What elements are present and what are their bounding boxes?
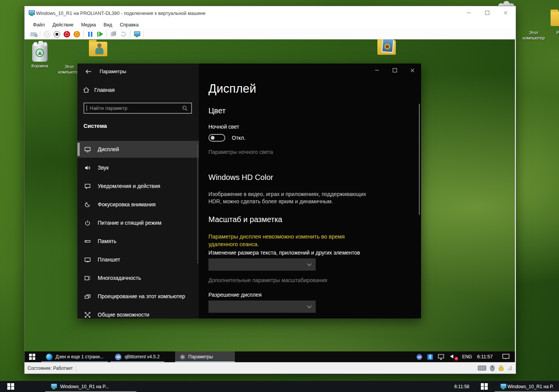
vm-screen: Корзина Этот компьютер Параметры Главная: [25, 39, 515, 362]
sidebar-item-multitasking[interactable]: Многозадачность: [77, 270, 199, 286]
sidebar-item-storage[interactable]: Память: [77, 233, 199, 250]
host-start-button[interactable]: [0, 381, 21, 392]
tablet-icon: [84, 256, 91, 263]
vm-desktop-icon-recycle-bin[interactable]: Корзина: [30, 44, 50, 69]
vmconnect-titlebar[interactable]: Windows_10_R1 на PROLIANT-DL380 - подклю…: [25, 6, 516, 21]
sidebar-item-power-sleep[interactable]: Питание и спящий режим: [77, 214, 199, 231]
this-pc-icon: [59, 45, 80, 62]
main-scrollbar[interactable]: [419, 104, 420, 215]
host-clock[interactable]: 6:11:58: [450, 381, 474, 392]
scaling-dropdown[interactable]: [208, 258, 316, 271]
host-recycle-bin-peek[interactable]: [495, 0, 516, 6]
turn-off-button[interactable]: [52, 30, 62, 38]
search-box[interactable]: [84, 103, 192, 114]
sidebar-item-label: Питание и спящий режим: [98, 220, 161, 226]
minimize-button[interactable]: [460, 7, 477, 18]
ctrl-alt-del-button[interactable]: [28, 30, 38, 38]
vmconnect-icon: [500, 384, 505, 389]
nav-home[interactable]: Главная: [83, 87, 115, 93]
save-state-button[interactable]: [72, 30, 82, 38]
host-start-button-secondary[interactable]: [474, 381, 495, 392]
network-display-icon[interactable]: [438, 354, 445, 360]
menu-action[interactable]: Действие: [49, 21, 77, 28]
back-arrow-icon: [85, 69, 92, 75]
night-light-toggle[interactable]: Откл.: [208, 134, 246, 142]
settings-close-button[interactable]: [403, 64, 421, 77]
sound-icon: [84, 164, 91, 171]
enhanced-session-button[interactable]: [132, 30, 142, 38]
taskbar-button-edge[interactable]: Дзен и еще 1 страни...: [41, 351, 108, 362]
settings-maximize-button[interactable]: [386, 64, 403, 77]
maximize-icon: [485, 11, 489, 15]
reset-button[interactable]: [95, 30, 105, 38]
shutdown-button[interactable]: [62, 30, 72, 38]
sidebar-item-display[interactable]: Дисплей: [77, 141, 199, 158]
edge-icon: [46, 354, 52, 360]
close-icon: [410, 68, 415, 72]
sidebar-item-tablet[interactable]: Планшет: [77, 251, 199, 268]
volume-muted-icon[interactable]: ✕: [450, 354, 457, 360]
nav-group-title: Система: [84, 123, 107, 129]
host-taskbar-vmconnect-button-secondary[interactable]: Windows_10_R1 на P.: [495, 381, 559, 392]
scale-section-heading: Масштаб и разметка: [208, 215, 282, 224]
back-button[interactable]: [82, 67, 95, 77]
close-icon: [503, 11, 508, 15]
lock-icon: [498, 365, 504, 371]
maximize-button[interactable]: [478, 7, 496, 18]
menu-view[interactable]: Вид: [100, 21, 116, 28]
search-input[interactable]: [87, 105, 182, 111]
vm-clock[interactable]: 6:11:57: [477, 354, 493, 359]
sidebar-item-label: Звук: [98, 165, 109, 171]
taskbar-button-settings[interactable]: Параметры: [175, 351, 235, 362]
checkpoint-button[interactable]: [108, 30, 118, 38]
vm-taskbar: Дзен и еще 1 страни... qb qBittorrent v4…: [25, 351, 515, 362]
sidebar-item-projecting[interactable]: Проецирование на этот компьютер: [77, 288, 199, 305]
settings-gear-icon: [180, 354, 185, 360]
desktop-icon-label: Рог: [551, 30, 559, 35]
keyboard-capture-icon: [478, 366, 486, 371]
sidebar-scrollbar[interactable]: [197, 145, 198, 263]
close-button[interactable]: [497, 7, 514, 18]
menu-help[interactable]: Справка: [116, 21, 143, 28]
menu-file[interactable]: Файл: [29, 21, 49, 28]
sidebar-item-label: Память: [98, 238, 116, 244]
desktop-icon-label: Этот компьютер: [521, 30, 546, 41]
start-icon: [44, 31, 50, 38]
sidebar-item-sound[interactable]: Звук: [77, 159, 199, 176]
vm-desktop-icon-user-folder[interactable]: [87, 42, 109, 56]
settings-minimize-button[interactable]: [368, 64, 386, 77]
taskbar-button-label: Параметры: [189, 354, 213, 359]
action-center-icon[interactable]: [502, 354, 510, 360]
vm-start-button[interactable]: [25, 351, 40, 362]
menu-media[interactable]: Медиа: [77, 21, 100, 28]
host-desktop-icon-folder[interactable]: Рог: [551, 11, 559, 35]
language-indicator[interactable]: ENG: [462, 354, 472, 359]
host-taskbar-vmconnect-button[interactable]: Windows_10_R1 на P...: [45, 381, 136, 392]
taskbar-button-label: Windows_10_R1 на P.: [508, 384, 554, 389]
bluetooth-icon[interactable]: [427, 354, 433, 360]
resolution-dropdown[interactable]: [208, 301, 316, 313]
chevron-down-icon: [307, 305, 312, 309]
host-desktop-icon-this-pc[interactable]: Этот компьютер: [521, 10, 546, 41]
multitasking-icon: [84, 274, 91, 281]
save-icon: [74, 31, 80, 38]
vmconnect-statusbar: Состояние: Работает: [25, 362, 515, 374]
toolbar-separator: [143, 31, 144, 38]
minimize-icon: [375, 70, 379, 70]
start-vm-button[interactable]: [42, 30, 52, 38]
sidebar-item-shared-experiences[interactable]: Общие возможности: [77, 306, 199, 318]
night-light-settings-link[interactable]: Параметры ночного света: [208, 149, 273, 155]
resize-grip[interactable]: [508, 366, 512, 370]
statusbar-separator: [76, 365, 76, 372]
taskbar-button-qbittorrent[interactable]: qb qBittorrent v4.5.2: [110, 351, 164, 362]
tray-qbittorrent-icon[interactable]: qb: [416, 354, 422, 360]
vmconnect-app-icon: [28, 10, 35, 16]
advanced-scaling-link[interactable]: Дополнительные параметры масштабирования: [208, 277, 327, 283]
page-title: Дисплей: [208, 82, 256, 96]
windows-logo-icon: [7, 383, 14, 390]
vm-desktop-icon-pictures-folder[interactable]: [376, 40, 397, 55]
pause-button[interactable]: [85, 30, 95, 38]
sidebar-item-focus-assist[interactable]: Фокусировка внимания: [77, 196, 199, 213]
revert-button[interactable]: [118, 30, 128, 38]
sidebar-item-notifications[interactable]: Уведомления и действия: [77, 178, 199, 194]
